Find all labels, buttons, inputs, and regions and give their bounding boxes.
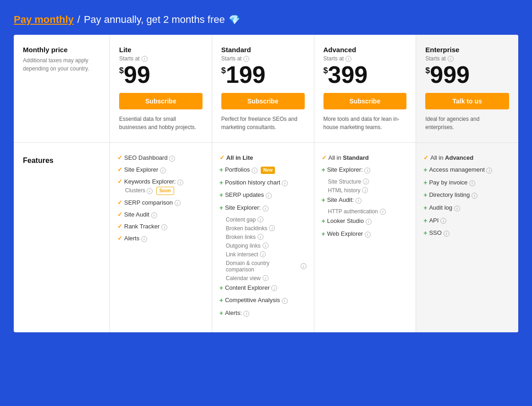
list-item: + Web Explorer i (322, 230, 409, 239)
feature-text: SSO i (429, 229, 511, 237)
info-icon[interactable]: i (243, 311, 249, 317)
info-icon[interactable]: i (266, 193, 272, 199)
info-icon-enterprise[interactable]: i (448, 56, 454, 62)
feature-sub: Clusters i Soon (124, 187, 204, 195)
monthly-price-sub: Additional taxes may apply depending on … (23, 56, 100, 73)
info-icon[interactable]: i (161, 224, 167, 230)
info-icon[interactable]: i (260, 251, 266, 257)
feature-text: Rank Tracker i (124, 222, 204, 231)
info-icon[interactable]: i (380, 209, 386, 215)
list-item: + Alerts: i (219, 309, 307, 318)
feature-text: SEO Dashboard i (124, 154, 204, 162)
info-icon[interactable]: i (469, 180, 475, 186)
info-icon[interactable]: i (151, 212, 157, 218)
pricing-top: Monthly price Additional taxes may apply… (14, 35, 518, 143)
info-icon[interactable]: i (356, 198, 362, 204)
price-amount-enterprise: 999 (430, 63, 470, 87)
price-dollar-advanced: $ (324, 66, 328, 75)
list-item: + Access management i (423, 166, 511, 175)
feature-text: Web Explorer i (327, 230, 409, 238)
talk-to-us-btn[interactable]: Talk to us (425, 93, 509, 109)
subscribe-btn-lite[interactable]: Subscribe (119, 93, 203, 109)
plan-col-advanced: Advanced Starts at i $ 399 Subscribe Mor… (314, 35, 417, 142)
info-icon[interactable]: i (147, 188, 153, 194)
feature-text: Access management i (429, 166, 511, 174)
list-item: + SSO i (423, 229, 511, 238)
info-icon[interactable]: i (263, 243, 269, 249)
subscribe-btn-standard[interactable]: Subscribe (221, 93, 305, 109)
price-dollar-standard: $ (221, 66, 226, 75)
price-row-enterprise: $ 999 (425, 63, 509, 87)
feature-text: SERP comparison i (124, 199, 204, 207)
feature-col-advanced: ✓ All in Standard + Site Explorer: i Sit… (314, 143, 417, 332)
starts-at-standard: Starts at i (221, 55, 305, 62)
plus-icon: + (219, 179, 223, 188)
info-icon-standard[interactable]: i (243, 56, 249, 62)
list-item-indent: HTTP authentication i (322, 208, 409, 215)
plus-icon: + (423, 191, 427, 200)
info-icon[interactable]: i (366, 219, 372, 225)
info-icon[interactable]: i (263, 275, 269, 281)
check-icon: ✓ (423, 154, 428, 162)
info-icon[interactable]: i (169, 156, 175, 162)
info-icon[interactable]: i (364, 168, 370, 173)
plan-col-lite: Lite Starts at i $ 99 Subscribe Essentia… (110, 35, 212, 142)
diamond-icon: 💎 (229, 14, 240, 25)
info-icon[interactable]: i (263, 206, 269, 211)
info-icon[interactable]: i (175, 200, 181, 206)
plan-col-enterprise: Enterprise Starts at i $ 999 Talk to us … (416, 35, 518, 142)
info-icon[interactable]: i (271, 285, 277, 291)
plus-icon: + (322, 166, 325, 175)
check-icon: ✓ (117, 211, 122, 219)
feature-text: API i (429, 217, 511, 225)
list-item-indent: Content gap i (219, 217, 307, 223)
info-icon[interactable]: i (258, 217, 263, 222)
plan-desc-enterprise: Ideal for agencies and enterprises. (425, 115, 509, 131)
starts-at-enterprise: Starts at i (425, 55, 509, 62)
list-item: + Position history chart i (219, 179, 307, 188)
info-icon[interactable]: i (177, 179, 183, 185)
pay-monthly-link[interactable]: Pay monthly (14, 14, 74, 26)
page-wrapper: Pay monthly / Pay annually, get 2 months… (0, 0, 532, 406)
list-item-indent: Domain & country comparison i (219, 260, 307, 273)
info-icon[interactable]: i (282, 298, 288, 304)
list-item-indent: Outgoing links i (219, 243, 307, 249)
feature-text: Content Explorer i (225, 284, 307, 292)
feature-col-enterprise: ✓ All in Advanced + Access management i … (416, 143, 518, 332)
price-amount-advanced: 399 (328, 63, 368, 87)
feature-text: Looker Studio i (327, 217, 409, 225)
header-row: Pay monthly / Pay annually, get 2 months… (14, 9, 518, 35)
feature-text: Pay by invoice i (429, 179, 511, 187)
features-label-col: Features (14, 143, 110, 332)
info-icon-lite[interactable]: i (142, 56, 148, 62)
info-icon[interactable]: i (258, 234, 263, 240)
subscribe-btn-advanced[interactable]: Subscribe (324, 93, 407, 109)
info-icon[interactable]: i (444, 231, 450, 237)
list-item: ✓ All in Standard (322, 154, 409, 162)
info-icon[interactable]: i (301, 263, 307, 269)
info-icon[interactable]: i (269, 225, 275, 231)
list-item: + Audit log i (423, 204, 511, 213)
info-icon[interactable]: i (141, 236, 147, 242)
starts-at-lite: Starts at i (119, 55, 203, 62)
info-icon[interactable]: i (365, 232, 371, 238)
list-item: ✓ Alerts i (117, 234, 204, 243)
check-icon: ✓ (117, 154, 122, 162)
price-dollar-enterprise: $ (425, 66, 430, 75)
feature-text: Audit log i (429, 204, 511, 212)
info-icon-advanced[interactable]: i (346, 56, 351, 62)
info-icon[interactable]: i (363, 179, 369, 184)
info-icon[interactable]: i (486, 168, 492, 173)
check-icon: ✓ (117, 234, 122, 243)
check-icon: ✓ (117, 178, 122, 186)
info-icon[interactable]: i (282, 180, 288, 186)
info-icon[interactable]: i (160, 168, 166, 173)
info-icon[interactable]: i (454, 206, 460, 211)
feature-text: Position history chart i (225, 179, 307, 187)
plus-icon: + (219, 309, 223, 318)
plan-col-standard: Standard Starts at i $ 199 Subscribe Per… (212, 35, 314, 142)
info-icon[interactable]: i (362, 187, 368, 193)
info-icon[interactable]: i (472, 193, 477, 199)
info-icon[interactable]: i (440, 218, 446, 224)
info-icon[interactable]: i (252, 168, 258, 173)
